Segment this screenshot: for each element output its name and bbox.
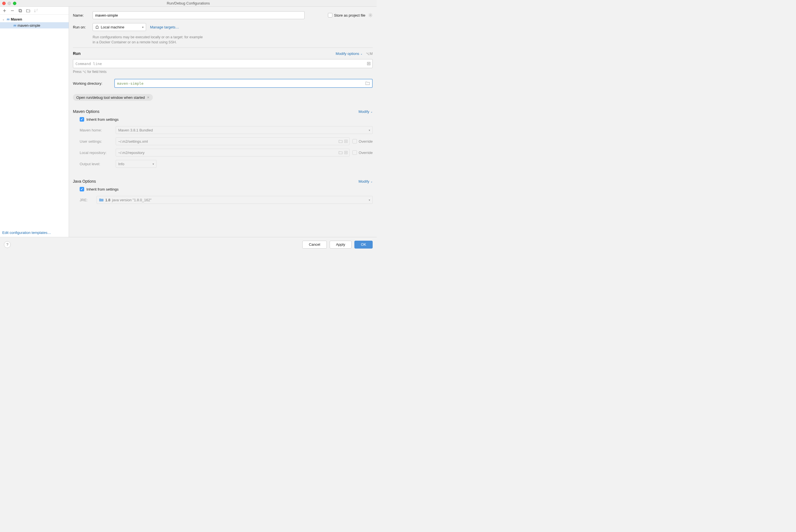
manage-targets-link[interactable]: Manage targets… [150, 25, 179, 29]
add-icon[interactable] [2, 8, 7, 14]
expand-icon[interactable] [367, 62, 371, 65]
user-settings-override-label: Override [359, 139, 373, 144]
jre-description: java version "1.8.0_162" [112, 198, 151, 202]
copy-icon[interactable] [17, 8, 23, 14]
user-settings-override-checkbox [353, 139, 357, 144]
traffic-lights [2, 2, 16, 5]
user-settings-field: ~/.m2/settings.xml [116, 137, 349, 145]
sidebar: ⌄ m Maven m maven-simple Edit configurat… [0, 7, 69, 237]
sidebar-toolbar [0, 7, 69, 15]
local-repo-label: Local repository: [80, 151, 116, 155]
maven-icon: m [7, 17, 10, 21]
content-panel: Name: Store as project file Run on: Loca… [69, 7, 377, 237]
edit-templates-link[interactable]: Edit configuration templates… [0, 228, 69, 237]
chip-remove-icon[interactable]: × [147, 95, 149, 100]
tree-node-label: Maven [11, 17, 22, 21]
maven-home-field: Maven 3.8.1 Bundled ▾ [116, 126, 373, 134]
modify-options-link[interactable]: Modify options ⌄ [336, 52, 363, 56]
svg-point-2 [370, 15, 371, 16]
name-label: Name: [73, 13, 93, 17]
run-section-title: Run [73, 51, 80, 56]
svg-rect-1 [19, 10, 22, 12]
local-repo-field: ~/.m2/repository [116, 149, 349, 156]
jdk-icon [99, 198, 103, 202]
chevron-down-icon: ▾ [153, 163, 154, 166]
local-repo-override-checkbox [353, 150, 357, 155]
maven-modify-link[interactable]: Modify ⌄ [359, 110, 373, 114]
open-tool-window-chip: Open run/debug tool window when started … [73, 94, 153, 101]
store-as-project-checkbox[interactable] [328, 13, 333, 17]
chevron-down-icon: ▾ [369, 129, 370, 132]
java-modify-link[interactable]: Modify ⌄ [359, 179, 373, 184]
maven-inherit-label: Inherit from settings [87, 117, 118, 121]
maximize-window-button[interactable] [13, 2, 16, 5]
maven-icon: m [14, 23, 16, 27]
titlebar: Run/Debug Configurations [0, 0, 377, 7]
expand-icon [344, 151, 348, 154]
jre-version: 1.8 [105, 198, 110, 202]
shortcut-label: ⌥M [366, 52, 373, 56]
apply-button[interactable]: Apply [329, 241, 352, 249]
chevron-down-icon: ▾ [369, 198, 370, 202]
runon-help-text: Run configurations may be executed local… [93, 35, 373, 45]
help-button[interactable]: ? [4, 241, 11, 248]
config-tree: ⌄ m Maven m maven-simple [0, 15, 69, 228]
local-repo-override-label: Override [359, 151, 373, 155]
expand-icon [344, 139, 348, 143]
minimize-window-button[interactable] [7, 2, 11, 5]
folder-icon [339, 139, 343, 143]
user-settings-label: User settings: [80, 139, 116, 144]
divider [73, 48, 373, 48]
cancel-button[interactable]: Cancel [302, 241, 326, 249]
footer: ? Cancel Apply OK [0, 237, 377, 252]
svg-rect-0 [19, 9, 21, 12]
maven-home-label: Maven home: [80, 128, 116, 132]
home-icon [95, 25, 99, 29]
chevron-down-icon: ▾ [142, 25, 144, 29]
folder-icon[interactable] [365, 81, 370, 85]
remove-icon[interactable] [10, 8, 15, 14]
tree-node-maven-simple[interactable]: m maven-simple [0, 22, 69, 28]
chevron-down-icon: ⌄ [2, 18, 6, 21]
runon-select[interactable]: Local machine ▾ [93, 23, 146, 31]
command-line-placeholder: Command line [75, 62, 102, 66]
runon-value: Local machine [101, 25, 125, 29]
maven-options-title: Maven Options [73, 109, 99, 114]
runon-label: Run on: [73, 25, 93, 29]
close-window-button[interactable] [2, 2, 6, 5]
field-hint: Press ⌥ for field hints [73, 70, 373, 74]
gear-icon[interactable] [368, 13, 373, 17]
folder-icon[interactable] [25, 8, 31, 14]
chevron-down-icon: ⌄ [360, 52, 362, 55]
sort-icon[interactable] [33, 8, 39, 14]
store-as-project-label: Store as project file [334, 13, 365, 17]
command-line-input[interactable]: Command line [73, 59, 373, 68]
ok-button[interactable]: OK [354, 241, 373, 249]
java-options-title: Java Options [73, 179, 96, 184]
jre-label: JRE: [80, 198, 97, 202]
working-directory-value: maven-simple [117, 81, 144, 86]
name-input[interactable] [93, 11, 305, 19]
working-directory-input[interactable]: maven-simple [114, 79, 373, 88]
tree-node-label: maven-simple [17, 23, 40, 27]
jre-field: 1.8 java version "1.8.0_162" ▾ [97, 196, 373, 204]
chevron-down-icon: ⌄ [371, 180, 373, 183]
chevron-down-icon: ⌄ [371, 110, 373, 113]
output-level-label: Output level: [80, 162, 116, 166]
chip-label: Open run/debug tool window when started [76, 95, 145, 100]
java-inherit-label: Inherit from settings [87, 187, 118, 191]
window-title: Run/Debug Configurations [167, 1, 210, 5]
java-inherit-checkbox[interactable] [80, 187, 84, 191]
working-directory-label: Working directory: [73, 81, 114, 86]
tree-node-maven[interactable]: ⌄ m Maven [0, 16, 69, 22]
maven-inherit-checkbox[interactable] [80, 117, 84, 121]
output-level-select: Info ▾ [116, 160, 156, 168]
folder-icon [339, 151, 343, 154]
